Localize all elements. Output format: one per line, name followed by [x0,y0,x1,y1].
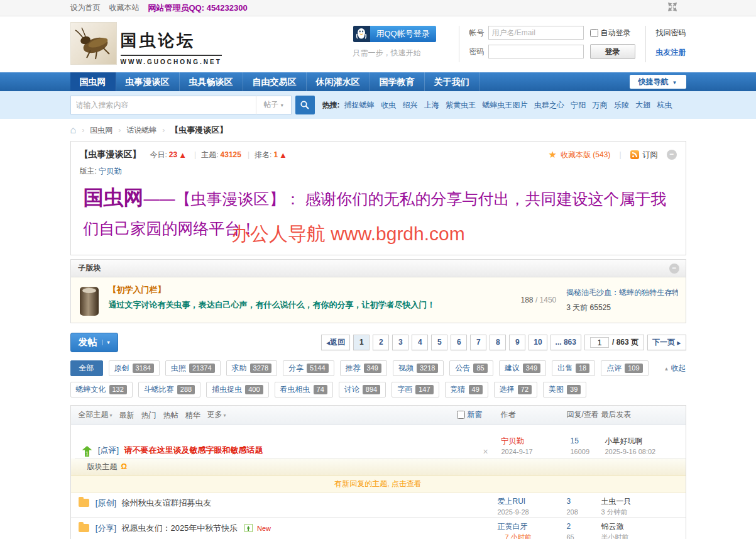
new-replies-notice[interactable]: 有新回复的主题, 点击查看 [71,475,686,492]
filter-announce[interactable]: 公告85 [449,360,493,376]
set-homepage-link[interactable]: 设为首页 [70,3,101,13]
hot-link[interactable]: 绍兴 [403,101,418,109]
thread-title[interactable]: 祝愿虫友们：2025年中秋节快乐 [121,523,238,533]
tab-newest[interactable]: 最新 [119,406,134,425]
filter-help[interactable]: 求助3278 [226,360,277,376]
hot-link[interactable]: 捕捉蟋蟀 [344,101,375,109]
search-button[interactable] [295,96,315,114]
filter-guess[interactable]: 竞猜49 [445,382,488,397]
quick-nav-button[interactable]: 快捷导航▼ [630,75,686,89]
hot-link[interactable]: 大翅 [635,101,650,109]
home-icon[interactable]: ⌂ [70,125,77,136]
nav-item-gear-talk[interactable]: 虫具畅谈区 [180,72,243,91]
collapse-subforum-button[interactable]: − [669,264,679,274]
hot-link[interactable]: 蟋蟀虫王图片 [483,101,528,109]
thread-author[interactable]: 爱上RUI [498,497,526,506]
tab-hot-posts[interactable]: 热帖 [163,406,178,425]
collapse-filters-link[interactable]: ▲收起 [664,363,686,374]
nav-item-about[interactable]: 关于我们 [425,72,479,91]
refresh-icon[interactable]: Ω [121,462,128,471]
page-1[interactable]: 1 [353,335,370,350]
page-8[interactable]: 8 [490,335,506,350]
filter-select[interactable]: 选择72 [494,382,537,397]
filter-share[interactable]: 分享5144 [283,360,334,376]
register-link[interactable]: 虫友注册 [656,47,686,58]
hot-link[interactable]: 宁阳 [571,101,586,109]
filter-recommend[interactable]: 推荐349 [340,360,387,376]
nav-item-home[interactable]: 国虫网 [70,72,116,91]
next-page-button[interactable]: 下一页 ▶ [647,335,686,350]
subforum-last-post-link[interactable]: 揭秘油毛沙血：蟋蟀的独特生存特 ... [566,287,678,298]
thread-author[interactable]: 宁贝勤 [501,436,524,445]
filter-calligraphy[interactable]: 字画147 [392,382,439,397]
filter-appraise[interactable]: 看虫相虫74 [275,382,333,397]
favorite-board-link[interactable]: 收藏本版 (543) [561,150,610,160]
login-button[interactable]: 登录 [590,44,635,59]
thread-title[interactable]: 徐州秋虫友谊群招募虫友 [121,498,211,508]
password-input[interactable] [488,45,584,58]
filter-photo[interactable]: 虫照21374 [165,360,221,376]
last-poster[interactable]: 锦云激 [601,522,624,531]
filter-original[interactable]: 原创3184 [109,360,160,376]
page-7[interactable]: 7 [470,335,486,350]
search-input[interactable] [71,101,256,109]
nav-item-education[interactable]: 国学教育 [370,72,425,91]
breadcrumb-home[interactable]: 国虫网 [90,125,112,136]
page-5[interactable]: 5 [431,335,447,350]
filter-all[interactable]: 全部 [70,360,103,376]
back-button[interactable]: ◀返回 [321,335,350,350]
hot-link[interactable]: 虫群之心 [534,101,564,109]
all-topics-dropdown[interactable]: 全部主题▾ [79,406,112,425]
page-6[interactable]: 6 [451,335,467,350]
bookmark-site-link[interactable]: 收藏本站 [109,3,140,13]
new-post-button[interactable]: 发帖▾ [70,333,118,352]
hot-link[interactable]: 乐陵 [614,101,629,109]
more-dropdown[interactable]: 更多▾ [207,406,226,425]
thread-tag[interactable]: [点评] [98,445,119,455]
filter-match[interactable]: 斗蟋比赛288 [138,382,200,397]
page-2[interactable]: 2 [373,335,389,350]
hot-link[interactable]: 收虫 [381,101,396,109]
filter-discuss[interactable]: 讨论894 [339,382,386,397]
hot-link[interactable]: 万商 [593,101,608,109]
collapse-panel-button[interactable]: − [667,150,677,160]
tab-digest[interactable]: 精华 [185,406,200,425]
thread-tag[interactable]: [原创] [96,498,116,508]
filter-culture[interactable]: 蟋蟀文化132 [70,382,133,397]
fullscreen-icon[interactable] [667,2,677,14]
thread-tag[interactable]: [分享] [96,523,116,533]
filter-suggest[interactable]: 建议349 [499,360,546,376]
subscribe-link[interactable]: 订阅 [643,150,658,160]
page-9[interactable]: 9 [509,335,525,350]
page-jump-input[interactable] [590,337,609,348]
page-3[interactable]: 3 [392,335,408,350]
find-password-link[interactable]: 找回密码 [656,28,686,38]
filter-sale[interactable]: 出售18 [552,360,595,376]
nav-item-casual[interactable]: 休闲灌水区 [307,72,370,91]
new-window-checkbox[interactable] [457,411,465,419]
nav-item-trade[interactable]: 自由交易区 [243,72,307,91]
account-input[interactable] [488,26,584,40]
last-poster[interactable]: 小草好玩啊 [605,436,643,445]
subforum-link[interactable]: 【初学入门栏】 [109,285,166,294]
nav-item-insect-talk[interactable]: 虫事漫谈区 [116,72,180,91]
hot-link[interactable]: 紫黄虫王 [446,101,476,109]
last-poster[interactable]: 土虫一只 [601,497,632,506]
site-logo[interactable]: 国虫论坛 WWW.GUOCHONG.NET [70,22,222,72]
close-icon[interactable]: × [483,438,488,465]
hot-link[interactable]: 杭虫 [657,101,672,109]
breadcrumb-category[interactable]: 话说蟋蟀 [126,125,156,136]
filter-video[interactable]: 视频3218 [393,360,444,376]
page-4[interactable]: 4 [412,335,428,350]
filter-beautiful[interactable]: 美图39 [543,382,586,397]
auto-login-checkbox[interactable] [590,29,598,37]
moderator-link[interactable]: 宁贝勤 [99,167,121,175]
thread-author[interactable]: 正黄白牙 [498,522,528,531]
page-last[interactable]: ... 863 [551,335,581,350]
qq-login-button[interactable]: 用QQ帐号登录 [370,26,436,42]
filter-catch[interactable]: 捕虫捉虫400 [206,382,268,397]
search-type-select[interactable]: 帖子 ▾ [256,96,291,114]
filter-review[interactable]: 点评109 [601,360,648,376]
thread-title[interactable]: 请不要在这里谈及敏感字眼和敏感话题 [124,445,263,455]
hot-link[interactable]: 上海 [424,101,439,109]
